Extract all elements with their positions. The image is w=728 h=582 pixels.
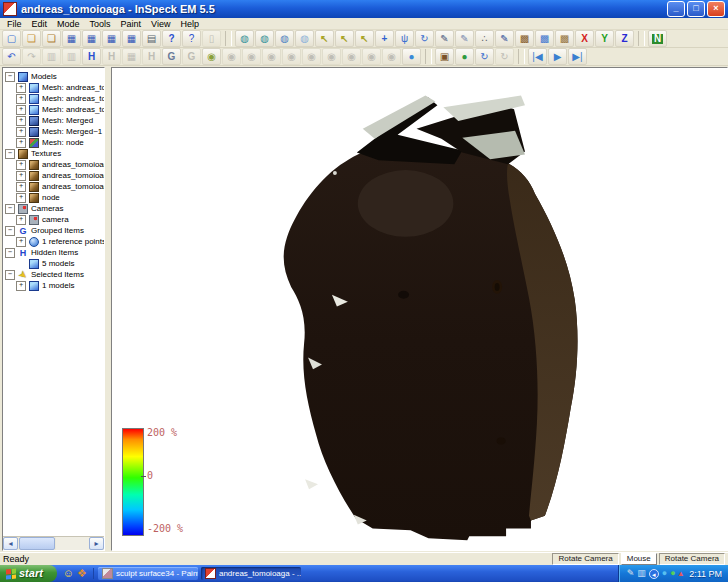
tree-item-andreas-tomoioaga-2[interactable]: +andreas_tomoioaga_2 — [3, 181, 104, 192]
context-help-button[interactable]: ? — [182, 30, 201, 47]
next-frame-button[interactable]: ▶ — [548, 48, 567, 65]
view-shaded-button[interactable]: ◍ — [235, 30, 254, 47]
import-file-button[interactable]: ❏ — [42, 30, 61, 47]
tree-item-textures[interactable]: −Textures — [3, 148, 104, 159]
tree-expand-toggle[interactable]: + — [16, 116, 26, 126]
tree-item-hidden-items[interactable]: −HHidden Items — [3, 247, 104, 258]
minimize-button[interactable]: _ — [667, 1, 685, 17]
menu-mode[interactable]: Mode — [52, 19, 85, 29]
app-quicklaunch-icon[interactable]: ❖ — [77, 568, 87, 579]
axis-y-button[interactable]: Y — [595, 30, 614, 47]
axis-x-button[interactable]: X — [575, 30, 594, 47]
tree-item-mesh-andreas-tomoi[interactable]: +Mesh: andreas_tomoi — [3, 82, 104, 93]
pan-button[interactable]: + — [375, 30, 394, 47]
start-button[interactable]: start — [0, 565, 57, 582]
menu-view[interactable]: View — [146, 19, 175, 29]
pen-tray-icon[interactable]: ✎ — [627, 569, 635, 578]
align-points-button[interactable]: ∴ — [475, 30, 494, 47]
axis-z-button[interactable]: Z — [615, 30, 634, 47]
restore-button[interactable]: □ — [687, 1, 705, 17]
menu-paint[interactable]: Paint — [116, 19, 147, 29]
tree-item-1-models[interactable]: +1 models — [3, 280, 104, 291]
view-points-button[interactable]: ◍ — [275, 30, 294, 47]
refresh-button[interactable]: ↻ — [475, 48, 494, 65]
rotate-button[interactable]: ψ — [395, 30, 414, 47]
scroll-left-arrow[interactable]: ◂ — [3, 537, 18, 550]
status-panel-mouse[interactable]: Mouse — [621, 553, 657, 565]
scroll-thumb[interactable] — [19, 537, 55, 550]
normals-button[interactable]: N — [648, 30, 667, 47]
tree-item-mesh-andreas-tomoi[interactable]: +Mesh: andreas_tomoi — [3, 104, 104, 115]
tree-expand-toggle[interactable]: + — [16, 281, 26, 291]
messenger-tray-icon[interactable]: ● — [662, 569, 667, 578]
tree-item-mesh-andreas-tomoi[interactable]: +Mesh: andreas_tomoi — [3, 93, 104, 104]
save-as-button[interactable]: ▦ — [82, 30, 101, 47]
model-tool-4-button[interactable]: ◉ — [282, 48, 301, 65]
select-button[interactable]: ↖ — [315, 30, 334, 47]
scroll-track[interactable] — [56, 537, 90, 550]
model-tool-7-button[interactable]: ◉ — [342, 48, 361, 65]
status-panel-rotate-camera[interactable]: Rotate Camera — [659, 553, 725, 565]
3d-viewport[interactable]: 200 % 0 -200 % — [111, 67, 728, 551]
tree-expand-toggle[interactable]: − — [5, 226, 15, 236]
tree-item-selected-items[interactable]: −➤Selected Items — [3, 269, 104, 280]
mark-tool-button[interactable]: ✎ — [495, 30, 514, 47]
light-button[interactable]: ● — [402, 48, 421, 65]
world-view-button[interactable]: ● — [455, 48, 474, 65]
menu-file[interactable]: File — [2, 19, 27, 29]
select-region-button[interactable]: ↖ — [355, 30, 374, 47]
model-tool-1-button[interactable]: ◉ — [222, 48, 241, 65]
tree-horizontal-scrollbar[interactable]: ◂ ▸ — [3, 536, 104, 550]
redo-button[interactable]: ↷ — [22, 48, 41, 65]
save-session-button[interactable]: ▦ — [122, 30, 141, 47]
messenger-quicklaunch-icon[interactable]: ☺ — [63, 568, 74, 579]
erase-tool-button[interactable]: ▩ — [555, 30, 574, 47]
tree-expand-toggle[interactable]: + — [16, 94, 26, 104]
tree-expand-toggle[interactable]: − — [5, 270, 15, 280]
status-panel-rotate-camera[interactable]: Rotate Camera — [552, 553, 618, 565]
refresh-all-button[interactable]: ↻ — [495, 48, 514, 65]
tree-item-grouped-items[interactable]: −GGrouped Items — [3, 225, 104, 236]
model-tool-3-button[interactable]: ◉ — [262, 48, 281, 65]
tree-item-mesh-node[interactable]: +Mesh: node — [3, 137, 104, 148]
cut-button[interactable]: ▥ — [42, 48, 61, 65]
unhide-button[interactable]: H — [102, 48, 121, 65]
menu-tools[interactable]: Tools — [85, 19, 116, 29]
model-tool-2-button[interactable]: ◉ — [242, 48, 261, 65]
menu-edit[interactable]: Edit — [27, 19, 53, 29]
tree-expand-toggle[interactable]: − — [5, 204, 15, 214]
model-tool-6-button[interactable]: ◉ — [322, 48, 341, 65]
tree-item-mesh-merged[interactable]: +Mesh: Merged — [3, 115, 104, 126]
properties-button[interactable]: ▯ — [202, 30, 221, 47]
tree-expand-toggle[interactable]: + — [16, 127, 26, 137]
tree-item-andreas-tomoioaga-1[interactable]: +andreas_tomoioaga_1 — [3, 170, 104, 181]
tree-item-mesh-merged-1[interactable]: +Mesh: Merged~1 — [3, 126, 104, 137]
display-tray-icon[interactable]: ▥ — [637, 569, 646, 578]
open-file-button[interactable]: ❏ — [22, 30, 41, 47]
tree-expand-toggle[interactable]: + — [16, 182, 26, 192]
hide-button[interactable]: H — [82, 48, 101, 65]
print-button[interactable]: ▤ — [142, 30, 161, 47]
taskbar-task-paint[interactable]: sculpt surface34 - Paint — [98, 567, 198, 580]
tree-expand-toggle[interactable]: + — [16, 83, 26, 93]
save-button[interactable]: ▦ — [62, 30, 81, 47]
tree-item-cameras[interactable]: −Cameras — [3, 203, 104, 214]
help-button[interactable]: ? — [162, 30, 181, 47]
tree-expand-toggle[interactable]: + — [16, 138, 26, 148]
pen-tool-button[interactable]: ✎ — [435, 30, 454, 47]
scroll-right-arrow[interactable]: ▸ — [89, 537, 104, 550]
first-frame-button[interactable]: |◀ — [528, 48, 547, 65]
view-wireframe-button[interactable]: ◍ — [255, 30, 274, 47]
save-all-button[interactable]: ▦ — [102, 30, 121, 47]
shield-tray-icon[interactable]: ● — [670, 569, 675, 578]
tree-expand-toggle[interactable]: − — [5, 149, 15, 159]
tree-expand-toggle[interactable]: + — [16, 237, 26, 247]
model-tool-5-button[interactable]: ◉ — [302, 48, 321, 65]
select-add-button[interactable]: ↖ — [335, 30, 354, 47]
tree-item-1-reference-points[interactable]: +1 reference points — [3, 236, 104, 247]
group-button[interactable]: G — [162, 48, 181, 65]
texture-tool-button[interactable]: ▩ — [515, 30, 534, 47]
tree-expand-toggle[interactable]: + — [16, 160, 26, 170]
copy-button[interactable]: ▥ — [62, 48, 81, 65]
tree-item-camera[interactable]: +camera — [3, 214, 104, 225]
